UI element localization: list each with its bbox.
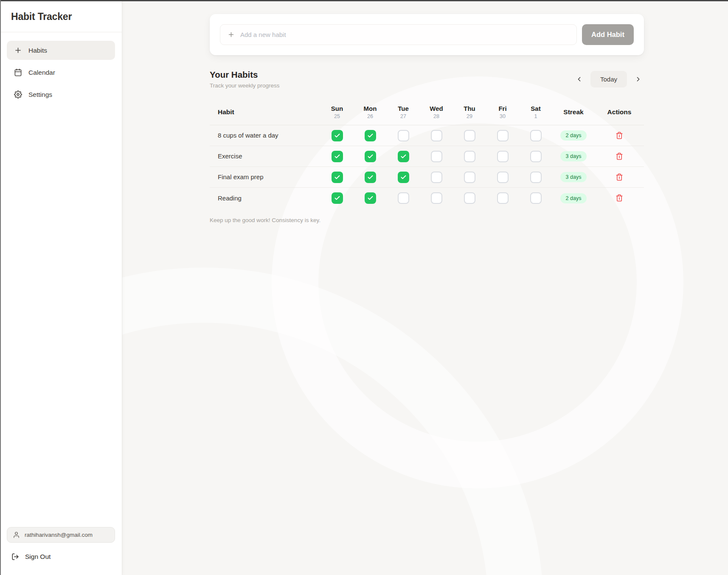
- day-checkbox-unchecked[interactable]: [497, 151, 509, 162]
- sidebar-item-label: Settings: [28, 91, 52, 99]
- day-checkbox-unchecked[interactable]: [497, 192, 509, 204]
- day-cell: [453, 151, 486, 162]
- add-habit-input[interactable]: [240, 31, 569, 38]
- add-habit-card: Add Habit: [210, 14, 644, 55]
- day-cell: [387, 151, 420, 162]
- check-icon: [334, 174, 340, 180]
- day-checkbox-unchecked[interactable]: [497, 172, 509, 183]
- habit-day-checkboxes: [320, 151, 552, 162]
- day-checkbox-checked[interactable]: [398, 172, 409, 183]
- sidebar-item-habits[interactable]: Habits: [7, 41, 115, 60]
- day-checkbox-unchecked[interactable]: [530, 192, 542, 204]
- sidebar-item-calendar[interactable]: Calendar: [7, 63, 115, 82]
- day-cell: [354, 172, 387, 183]
- chevron-left-icon: [576, 76, 583, 83]
- day-checkbox-unchecked[interactable]: [464, 172, 475, 183]
- habit-name: Exercise: [218, 152, 242, 160]
- day-cell: [486, 130, 519, 141]
- day-cell: [519, 172, 552, 183]
- day-checkbox-checked[interactable]: [332, 192, 343, 204]
- day-cell: [453, 130, 486, 141]
- day-cell: [387, 172, 420, 183]
- day-checkbox-unchecked[interactable]: [431, 172, 442, 183]
- day-checkbox-checked[interactable]: [365, 151, 376, 162]
- trash-icon: [616, 152, 623, 160]
- window-edge-left: [0, 0, 1, 575]
- day-checkbox-checked[interactable]: [332, 130, 343, 141]
- add-habit-button[interactable]: Add Habit: [582, 24, 634, 45]
- next-week-button[interactable]: [632, 73, 644, 85]
- sidebar-header: Habit Tracker: [0, 0, 122, 32]
- day-checkbox-unchecked[interactable]: [431, 192, 442, 204]
- table-row: 8 cups of water a day 2 days: [210, 125, 644, 146]
- delete-habit-button[interactable]: [614, 151, 624, 161]
- day-cell: [320, 192, 354, 204]
- check-icon: [400, 153, 407, 160]
- day-checkbox-checked[interactable]: [365, 172, 376, 183]
- section-title: Your Habits: [210, 70, 280, 80]
- day-checkbox-checked[interactable]: [332, 172, 343, 183]
- day-checkbox-unchecked[interactable]: [464, 151, 475, 162]
- user-email-pill: rathiharivansh@gmail.com: [7, 527, 115, 543]
- day-cell: [453, 192, 486, 204]
- main-content: Add Habit Your Habits Track your weekly …: [123, 1, 728, 575]
- check-icon: [400, 174, 407, 180]
- check-icon: [367, 132, 374, 139]
- day-checkbox-checked[interactable]: [398, 151, 409, 162]
- sidebar-nav: Habits Calendar Settings: [0, 32, 122, 113]
- sidebar-item-label: Calendar: [28, 69, 55, 76]
- trash-icon: [616, 173, 623, 181]
- day-checkbox-unchecked[interactable]: [497, 130, 509, 141]
- check-icon: [367, 174, 374, 180]
- day-checkbox-unchecked[interactable]: [530, 130, 542, 141]
- day-checkbox-unchecked[interactable]: [398, 130, 409, 141]
- streak-badge: 2 days: [560, 193, 587, 203]
- day-cell: [486, 172, 519, 183]
- column-header-streak: Streak: [552, 108, 595, 116]
- day-checkbox-unchecked[interactable]: [431, 151, 442, 162]
- day-checkbox-unchecked[interactable]: [530, 172, 542, 183]
- trash-icon: [616, 194, 623, 202]
- delete-habit-button[interactable]: [614, 193, 624, 203]
- day-checkbox-checked[interactable]: [365, 130, 376, 141]
- gear-icon: [14, 90, 22, 99]
- app-title: Habit Tracker: [11, 11, 111, 23]
- column-header-day: Thu 29: [453, 105, 486, 119]
- plus-icon: [228, 31, 235, 38]
- streak-badge: 3 days: [560, 151, 587, 161]
- day-checkbox-unchecked[interactable]: [530, 151, 542, 162]
- day-checkbox-unchecked[interactable]: [464, 130, 475, 141]
- streak-badge: 3 days: [560, 172, 587, 182]
- sidebar-item-settings[interactable]: Settings: [7, 85, 115, 104]
- day-checkbox-checked[interactable]: [332, 151, 343, 162]
- day-checkbox-unchecked[interactable]: [464, 192, 475, 204]
- habit-day-checkboxes: [320, 130, 552, 141]
- day-checkbox-unchecked[interactable]: [431, 130, 442, 141]
- sign-out-button[interactable]: Sign Out: [7, 550, 115, 564]
- check-icon: [334, 195, 340, 201]
- day-cell: [320, 172, 354, 183]
- day-cell: [387, 192, 420, 204]
- day-cell: [519, 151, 552, 162]
- day-checkbox-checked[interactable]: [365, 192, 376, 204]
- day-cell: [420, 130, 453, 141]
- plus-icon: [14, 46, 22, 54]
- trash-icon: [616, 132, 623, 139]
- prev-week-button[interactable]: [573, 73, 585, 85]
- streak-badge: 2 days: [560, 130, 587, 141]
- day-checkbox-unchecked[interactable]: [398, 192, 409, 204]
- today-button[interactable]: Today: [590, 71, 627, 87]
- day-cell: [453, 172, 486, 183]
- delete-habit-button[interactable]: [614, 172, 624, 182]
- table-row: Reading 2 days: [210, 188, 644, 209]
- habit-day-checkboxes: [320, 192, 552, 204]
- sidebar-item-label: Habits: [28, 47, 47, 54]
- encouragement-note: Keep up the good work! Consistency is ke…: [210, 217, 644, 223]
- delete-habit-button[interactable]: [614, 130, 624, 141]
- habit-name: Reading: [218, 194, 242, 202]
- column-header-day: Tue 27: [387, 105, 420, 119]
- sign-out-label: Sign Out: [25, 553, 51, 561]
- habit-name: 8 cups of water a day: [218, 132, 278, 139]
- calendar-icon: [14, 68, 22, 76]
- day-cell: [519, 130, 552, 141]
